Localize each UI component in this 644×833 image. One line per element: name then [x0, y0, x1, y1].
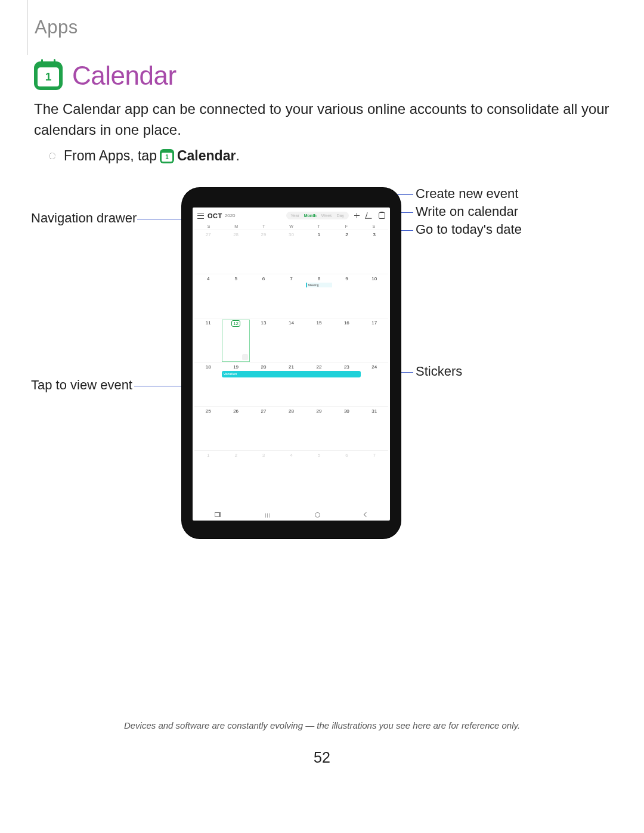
date-cell[interactable]: 10: [361, 274, 388, 318]
date-cell[interactable]: 16: [333, 318, 360, 362]
date-cell[interactable]: 17: [361, 318, 388, 362]
dh: T: [250, 224, 277, 228]
month-grid: 27 28 29 30 1 2 3 4 5 6 7 8Meeting 9 10 …: [193, 230, 390, 494]
view-selector[interactable]: Year Month Week Day: [286, 212, 349, 219]
date-cell[interactable]: 6: [250, 274, 277, 318]
date-cell[interactable]: 30: [277, 230, 305, 274]
step-text-prefix: From Apps, tap: [64, 148, 157, 164]
hamburger-menu-icon[interactable]: [197, 213, 204, 219]
date-cell[interactable]: 26: [222, 406, 249, 450]
section-label: Apps: [27, 0, 84, 55]
callout-nav-drawer: Navigation drawer: [31, 210, 137, 226]
date-cell[interactable]: 4: [277, 450, 305, 494]
calendar-mini-icon: 1: [160, 149, 174, 163]
date-cell[interactable]: 23: [333, 362, 360, 406]
dh: F: [333, 224, 360, 228]
go-today-icon[interactable]: [379, 212, 385, 219]
event-meeting[interactable]: Meeting: [306, 283, 332, 287]
year-label: 2020: [225, 213, 236, 218]
date-cell[interactable]: 3: [250, 450, 277, 494]
add-event-icon[interactable]: [354, 212, 360, 219]
bullet-icon: [49, 153, 55, 159]
event-vacation[interactable]: Vacation: [222, 371, 249, 377]
date-cell[interactable]: 2: [222, 450, 249, 494]
date-cell[interactable]: 24: [361, 362, 388, 406]
date-cell[interactable]: 29: [305, 406, 333, 450]
instruction-step: From Apps, tap 1 Calendar.: [49, 148, 240, 164]
view-month[interactable]: Month: [304, 213, 317, 218]
dh: W: [277, 224, 305, 228]
date-cell[interactable]: 30: [333, 406, 360, 450]
date-cell[interactable]: 3: [361, 230, 388, 274]
date-cell[interactable]: 22: [305, 362, 333, 406]
dh: S: [360, 224, 388, 228]
callout-create-event: Create new event: [416, 186, 518, 202]
date-cell[interactable]: 20: [250, 362, 277, 406]
date-cell[interactable]: 1: [194, 450, 222, 494]
date-cell[interactable]: 4: [194, 274, 222, 318]
recent-apps-icon[interactable]: [215, 512, 221, 517]
date-cell[interactable]: 8Meeting: [305, 274, 333, 318]
callout-write-calendar: Write on calendar: [416, 204, 518, 219]
dh: M: [222, 224, 250, 228]
home-icon[interactable]: [315, 512, 320, 518]
event-vacation[interactable]: [333, 371, 360, 377]
dh: T: [305, 224, 333, 228]
date-cell[interactable]: 7: [277, 274, 305, 318]
date-cell[interactable]: 28: [222, 230, 249, 274]
figure: Navigation drawer Tap to view event Crea…: [31, 179, 615, 549]
date-cell[interactable]: 19Vacation: [222, 362, 249, 406]
date-cell[interactable]: 28: [277, 406, 305, 450]
callout-tap-view-event: Tap to view event: [31, 377, 132, 393]
event-vacation[interactable]: [250, 371, 277, 377]
footer-disclaimer: Devices and software are constantly evol…: [0, 720, 644, 730]
date-cell[interactable]: 27: [250, 406, 277, 450]
calendar-icon-digit: 1: [38, 67, 59, 86]
tablet-screen: OCT 2020 Year Month Week Day S M T: [193, 208, 390, 521]
date-cell[interactable]: 5: [222, 274, 249, 318]
date-cell[interactable]: 18: [194, 362, 222, 406]
pencil-write-icon[interactable]: [365, 212, 373, 218]
page-number: 52: [0, 749, 644, 766]
date-cell[interactable]: 6: [333, 450, 360, 494]
date-cell[interactable]: 25: [194, 406, 222, 450]
event-vacation[interactable]: [277, 371, 305, 377]
calendar-app-icon: 1: [34, 61, 63, 90]
callout-go-today: Go to today's date: [416, 222, 522, 237]
view-year[interactable]: Year: [291, 213, 299, 218]
intro-paragraph: The Calendar app can be connected to you…: [34, 99, 610, 141]
date-cell[interactable]: 5: [305, 450, 333, 494]
sticker-icon[interactable]: [242, 354, 248, 360]
back-icon[interactable]: [364, 512, 369, 517]
date-cell-today[interactable]: 12: [222, 318, 249, 362]
heading-text: Calendar: [72, 61, 177, 91]
date-cell[interactable]: 2: [333, 230, 360, 274]
view-day[interactable]: Day: [337, 213, 344, 218]
step-text-bold: Calendar: [177, 148, 236, 164]
event-vacation[interactable]: [305, 371, 333, 377]
date-cell[interactable]: 11: [194, 318, 222, 362]
android-nav-bar: |||: [193, 509, 390, 521]
tablet-device-frame: OCT 2020 Year Month Week Day S M T: [182, 188, 401, 538]
heading: 1 Calendar: [34, 61, 177, 91]
date-cell[interactable]: 14: [277, 318, 305, 362]
month-label: OCT: [208, 212, 222, 219]
calendar-top-bar: OCT 2020 Year Month Week Day: [193, 208, 390, 222]
dh: S: [195, 224, 222, 228]
date-cell[interactable]: 7: [361, 450, 388, 494]
menu-icon[interactable]: |||: [265, 512, 270, 518]
date-cell[interactable]: 13: [250, 318, 277, 362]
date-cell[interactable]: 21: [277, 362, 305, 406]
callout-stickers: Stickers: [416, 364, 462, 379]
date-cell[interactable]: 31: [361, 406, 388, 450]
step-text-suffix: .: [236, 148, 239, 164]
date-cell[interactable]: 1: [305, 230, 333, 274]
day-header-row: S M T W T F S: [193, 222, 390, 230]
date-cell[interactable]: 27: [194, 230, 222, 274]
view-week[interactable]: Week: [321, 213, 332, 218]
date-cell[interactable]: 15: [305, 318, 333, 362]
date-cell[interactable]: 9: [333, 274, 360, 318]
date-cell[interactable]: 29: [250, 230, 277, 274]
